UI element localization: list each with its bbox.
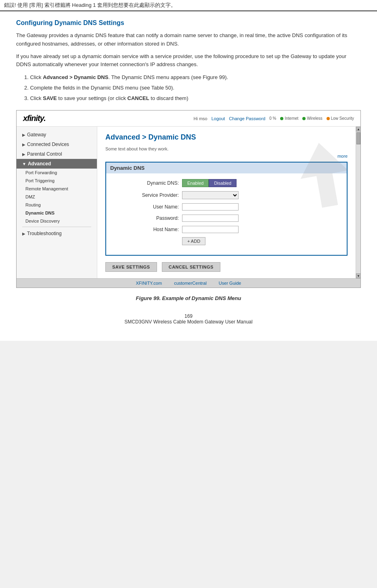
doc-step-2: 2. Complete the fields in the Dynamic DN… <box>24 83 361 92</box>
doc-footer: 169 SMCD3GNV Wireless Cable Modem Gatewa… <box>16 313 361 325</box>
dns-form: Dynamic DNS: Enabled Disabled Service Pr… <box>106 173 347 255</box>
wireless-label: Wireless <box>307 116 322 121</box>
security-label: Low Security <box>331 116 354 121</box>
username-label: User Name: <box>114 204 179 210</box>
internet-label: Internet <box>285 116 298 121</box>
sub-dynamic-dns-label: Dynamic DNS <box>25 211 54 215</box>
sidebar-item-parental-control[interactable]: ▶ Parental Control <box>17 149 97 159</box>
step1-bold: Advanced > Dynamic DNS <box>43 74 108 80</box>
service-provider-select[interactable] <box>182 191 239 199</box>
sidebar-sub-dmz[interactable]: DMZ <box>17 193 97 201</box>
doc-para-1: The Gateway provides a dynamic DNS featu… <box>16 31 361 48</box>
browser-header: xfinity. Hi mso Logout Change Password 0… <box>17 111 360 127</box>
username-row: User Name: <box>114 203 339 211</box>
sub-remote-label: Remote Management <box>25 186 68 191</box>
step3-post: to discard them) <box>149 95 188 101</box>
page-title: Advanced > Dynamic DNS <box>105 133 348 142</box>
document-body: Configuring Dynamic DNS Settings The Gat… <box>0 11 377 341</box>
page-number: 169 <box>16 313 361 319</box>
sidebar-advanced-label: Advanced <box>28 161 51 167</box>
step3-bold1: SAVE <box>43 95 57 101</box>
connected-arrow: ▶ <box>22 142 25 147</box>
security-status: Low Security <box>327 116 354 121</box>
save-settings-button[interactable]: SAVE SETTINGS <box>105 262 157 272</box>
sidebar-divider <box>22 227 91 227</box>
advanced-arrow: ▼ <box>22 162 26 166</box>
sidebar-sub-port-triggering[interactable]: Port Triggering <box>17 177 97 185</box>
sub-port-triggering-label: Port Triggering <box>25 178 54 183</box>
more-link[interactable]: more <box>105 154 348 158</box>
doc-title: Configuring Dynamic DNS Settings <box>16 19 361 27</box>
enabled-button[interactable]: Enabled <box>182 179 209 187</box>
add-row: + ADD <box>114 237 339 245</box>
doc-steps: 1. Click Advanced > Dynamic DNS. The Dyn… <box>24 73 361 103</box>
browser-window: xfinity. Hi mso Logout Change Password 0… <box>16 110 361 288</box>
footer-text: SMCD3GNV Wireless Cable Modem Gateway Us… <box>16 319 361 325</box>
scrollbar[interactable]: ▲ ▼ <box>356 127 360 278</box>
scroll-thumb[interactable] <box>356 132 360 144</box>
hostname-input[interactable] <box>182 226 239 233</box>
sidebar-sub-routing[interactable]: Routing <box>17 201 97 209</box>
browser-footer: XFINITY.com customerCentral User Guide <box>17 278 360 288</box>
troubleshooting-arrow: ▶ <box>22 231 25 236</box>
doc-step-1: 1. Click Advanced > Dynamic DNS. The Dyn… <box>24 73 361 82</box>
gateway-arrow: ▶ <box>22 133 25 137</box>
sidebar-item-troubleshooting[interactable]: ▶ Troubleshooting <box>17 229 97 238</box>
intro-text: Some text about how they work. <box>105 146 348 151</box>
hostname-row: Host Name: <box>114 226 339 233</box>
sidebar-gateway-label: Gateway <box>27 132 46 138</box>
sidebar-troubleshooting-label: Troubleshooting <box>27 231 62 236</box>
sidebar-sub-port-forwarding[interactable]: Port Forwarding <box>17 169 97 177</box>
doc-step-3: 3. Click SAVE to save your settings (or … <box>24 94 361 103</box>
scroll-up-arrow[interactable]: ▲ <box>356 127 361 131</box>
sidebar: ▶ Gateway ▶ Connected Devices ▶ Parental… <box>17 127 97 278</box>
sidebar-connected-label: Connected Devices <box>27 142 69 147</box>
parental-arrow: ▶ <box>22 152 25 156</box>
username-input[interactable] <box>182 203 239 211</box>
password-input[interactable] <box>182 215 239 222</box>
footer-link-xfinity[interactable]: XFINITY.com <box>136 281 162 286</box>
sub-routing-label: Routing <box>25 202 41 207</box>
service-provider-label: Service Provider: <box>114 192 179 198</box>
sidebar-item-advanced[interactable]: ▼ Advanced <box>17 159 97 169</box>
step1-pre: 1. Click <box>24 74 43 80</box>
dns-box-title: Dynamic DNS <box>106 163 347 173</box>
scroll-down-arrow[interactable]: ▼ <box>356 273 361 278</box>
sidebar-sub-dynamic-dns[interactable]: Dynamic DNS <box>17 209 97 217</box>
sidebar-item-gateway[interactable]: ▶ Gateway <box>17 130 97 140</box>
internet-status: Internet <box>280 116 298 121</box>
dns-toggle-row: Dynamic DNS: Enabled Disabled <box>114 179 339 187</box>
footer-link-guide[interactable]: User Guide <box>219 281 241 286</box>
logo-text: xfinity. <box>23 114 46 123</box>
change-password-link[interactable]: Change Password <box>229 116 265 121</box>
figure-caption: Figure 99. Example of Dynamic DNS Menu <box>16 295 361 301</box>
sidebar-sub-remote-management[interactable]: Remote Management <box>17 185 97 193</box>
add-button[interactable]: + ADD <box>182 237 205 245</box>
sub-port-forwarding-label: Port Forwarding <box>25 170 57 175</box>
sidebar-sub-device-discovery[interactable]: Device Discovery <box>17 217 97 225</box>
dns-section-box: Dynamic DNS Dynamic DNS: Enabled Disable… <box>105 162 348 256</box>
sidebar-parental-label: Parental Control <box>27 151 62 157</box>
status-bar: 0 % Internet Wireless Low Security <box>269 116 354 121</box>
wireless-status: Wireless <box>302 116 322 121</box>
password-label: Password: <box>114 215 179 221</box>
password-row: Password: <box>114 215 339 222</box>
internet-dot <box>280 117 283 120</box>
step3-bold2: CANCEL <box>128 95 149 101</box>
footer-link-customer[interactable]: customerCentral <box>174 281 207 286</box>
step3-pre: 3. Click <box>24 95 43 101</box>
doc-para-2: If you have already set up a dynamic dom… <box>16 52 361 69</box>
step1-post: . The Dynamic DNS menu appears (see Figu… <box>108 74 228 80</box>
action-buttons: SAVE SETTINGS CANCEL SETTINGS <box>105 262 348 272</box>
greeting-text: Hi mso <box>193 116 207 121</box>
cancel-settings-button[interactable]: CANCEL SETTINGS <box>162 262 220 272</box>
dns-toggle-group: Enabled Disabled <box>182 179 237 187</box>
hostname-label: Host Name: <box>114 227 179 232</box>
disabled-button[interactable]: Disabled <box>209 179 237 187</box>
dns-label: Dynamic DNS: <box>114 180 179 186</box>
security-dot <box>327 117 330 120</box>
error-bar: 錯誤! 使用 [常用] 索引標籤將 Heading 1 套用到您想要在此處顯示的… <box>0 0 377 11</box>
logout-link[interactable]: Logout <box>212 116 225 121</box>
error-text: 錯誤! 使用 [常用] 索引標籤將 Heading 1 套用到您想要在此處顯示的… <box>4 2 176 8</box>
sidebar-item-connected-devices[interactable]: ▶ Connected Devices <box>17 140 97 149</box>
